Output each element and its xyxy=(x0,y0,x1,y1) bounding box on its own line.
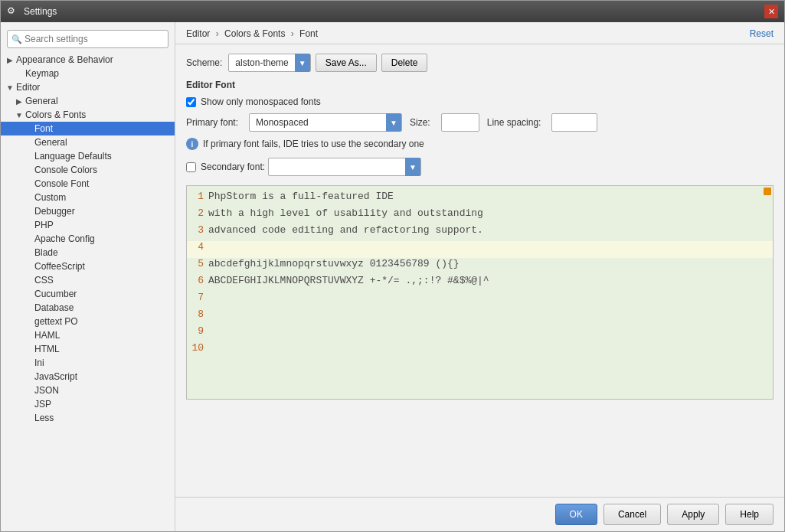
preview-line-5: 5abcdefghijklmnopqrstuvwxyz 0123456789 (… xyxy=(187,258,773,275)
secondary-font-checkbox[interactable] xyxy=(186,162,196,172)
window-title: Settings xyxy=(24,6,764,17)
breadcrumb-part1: Editor xyxy=(186,28,210,39)
sidebar-item-haml[interactable]: HAML xyxy=(1,328,175,342)
ok-button[interactable]: OK xyxy=(555,504,597,525)
info-icon: i xyxy=(186,138,198,150)
sidebar-item-blade[interactable]: Blade xyxy=(1,246,175,259)
line-code-3: advanced code editing and refactoring su… xyxy=(208,224,483,236)
sidebar-item-javascript[interactable]: JavaScript xyxy=(1,370,175,383)
sidebar-item-editor[interactable]: ▼Editor xyxy=(1,80,175,94)
info-text: If primary font fails, IDE tries to use … xyxy=(203,139,424,149)
preview-line-1: 1PhpStorm is a full-featured IDE xyxy=(187,191,773,207)
tree-arrow-colors-fonts: ▼ xyxy=(13,111,25,119)
line-number-7: 7 xyxy=(187,292,208,303)
save-as-button[interactable]: Save As... xyxy=(316,54,377,72)
apply-button[interactable]: Apply xyxy=(667,504,719,525)
sidebar-label-cucumber: Cucumber xyxy=(34,289,77,299)
line-number-5: 5 xyxy=(187,258,208,269)
scheme-dropdown-arrow[interactable]: ▼ xyxy=(295,54,310,72)
reset-button[interactable]: Reset xyxy=(750,28,774,39)
sidebar-label-html: HTML xyxy=(34,344,60,354)
size-label: Size: xyxy=(410,117,430,128)
line-code-5: abcdefghijklmnopqrstuvwxyz 0123456789 ()… xyxy=(208,258,460,269)
sidebar-item-json[interactable]: JSON xyxy=(1,383,175,397)
app-icon: ⚙ xyxy=(7,5,19,18)
font-settings-row: Primary font: Monospaced ▼ Size: 20 Line… xyxy=(186,113,774,132)
sidebar-item-custom[interactable]: Custom xyxy=(1,191,175,204)
tree-arrow-editor: ▼ xyxy=(4,83,16,92)
secondary-font-dropdown-arrow[interactable]: ▼ xyxy=(405,158,420,176)
sidebar-item-gettext-po[interactable]: gettext PO xyxy=(1,315,175,328)
breadcrumb-sep1: › xyxy=(216,28,219,39)
sidebar-item-general2[interactable]: General xyxy=(1,135,175,149)
sidebar-item-language-defaults[interactable]: Language Defaults xyxy=(1,149,175,163)
content-area: 🔍 ▶Appearance & BehaviorKeymap▼Editor▶Ge… xyxy=(1,22,784,531)
size-input[interactable]: 20 xyxy=(441,113,479,132)
tree-arrow-appearance-behavior: ▶ xyxy=(4,56,16,64)
cancel-button[interactable]: Cancel xyxy=(603,504,661,525)
sidebar-item-general[interactable]: ▶General xyxy=(1,94,175,108)
sidebar-item-apache-config[interactable]: Apache Config xyxy=(1,232,175,246)
line-number-9: 9 xyxy=(187,325,208,337)
sidebar-label-language-defaults: Language Defaults xyxy=(34,151,112,162)
breadcrumb-part3: Font xyxy=(299,28,318,39)
sidebar-item-html[interactable]: HTML xyxy=(1,342,175,356)
sidebar-tree: ▶Appearance & BehaviorKeymap▼Editor▶Gene… xyxy=(1,53,175,425)
sidebar-label-colors-fonts: Colors & Fonts xyxy=(25,109,86,120)
preview-line-8: 8 xyxy=(187,308,773,325)
sidebar-item-console-colors[interactable]: Console Colors xyxy=(1,163,175,177)
line-number-8: 8 xyxy=(187,308,208,320)
scheme-value: alston-theme xyxy=(229,57,294,68)
primary-font-select[interactable]: Monospaced ▼ xyxy=(249,113,402,132)
line-spacing-input[interactable]: 1.0 xyxy=(551,113,597,132)
preview-line-9: 9 xyxy=(187,325,773,342)
preview-line-2: 2with a high level of usability and outs… xyxy=(187,207,773,224)
tree-arrow-general: ▶ xyxy=(13,97,25,106)
line-number-2: 2 xyxy=(187,207,208,219)
sidebar-label-javascript: JavaScript xyxy=(34,371,77,382)
breadcrumb-part2: Colors & Fonts xyxy=(224,28,285,39)
sidebar-item-keymap[interactable]: Keymap xyxy=(1,67,175,80)
settings-window: ⚙ Settings ✕ 🔍 ▶Appearance & BehaviorKey… xyxy=(0,0,785,532)
sidebar-item-colors-fonts[interactable]: ▼Colors & Fonts xyxy=(1,108,175,122)
sidebar-item-console-font[interactable]: Console Font xyxy=(1,177,175,191)
editor-font-title: Editor Font xyxy=(186,80,774,90)
close-button[interactable]: ✕ xyxy=(764,5,778,18)
footer: OK Cancel Apply Help xyxy=(175,497,784,531)
sidebar-label-keymap: Keymap xyxy=(25,68,59,79)
sidebar-item-database[interactable]: Database xyxy=(1,301,175,315)
sidebar-item-font[interactable]: Font xyxy=(1,122,175,135)
sidebar-label-jsp: JSP xyxy=(34,399,51,410)
sidebar: 🔍 ▶Appearance & BehaviorKeymap▼Editor▶Ge… xyxy=(1,22,175,531)
monospaced-checkbox-row: Show only monospaced fonts xyxy=(186,96,774,107)
line-number-3: 3 xyxy=(187,224,208,236)
line-code-2: with a high level of usability and outst… xyxy=(208,207,483,219)
secondary-font-row: Secondary font: ▼ xyxy=(186,158,774,176)
info-row: i If primary font fails, IDE tries to us… xyxy=(186,138,774,150)
help-button[interactable]: Help xyxy=(725,504,774,525)
monospaced-checkbox[interactable] xyxy=(186,97,196,107)
sidebar-item-cucumber[interactable]: Cucumber xyxy=(1,287,175,301)
sidebar-label-editor: Editor xyxy=(16,82,40,93)
sidebar-label-ini: Ini xyxy=(34,357,44,368)
sidebar-item-appearance-behavior[interactable]: ▶Appearance & Behavior xyxy=(1,53,175,67)
secondary-font-select[interactable]: ▼ xyxy=(268,158,421,176)
sidebar-label-json: JSON xyxy=(34,385,59,396)
sidebar-item-less[interactable]: Less xyxy=(1,411,175,425)
sidebar-item-coffeescript[interactable]: CoffeeScript xyxy=(1,259,175,273)
preview-line-3: 3advanced code editing and refactoring s… xyxy=(187,224,773,241)
primary-font-label: Primary font: xyxy=(186,117,238,128)
sidebar-item-php[interactable]: PHP xyxy=(1,218,175,232)
delete-button[interactable]: Delete xyxy=(381,54,428,72)
sidebar-label-custom: Custom xyxy=(34,192,66,203)
search-input[interactable] xyxy=(7,30,168,48)
sidebar-item-jsp[interactable]: JSP xyxy=(1,397,175,411)
sidebar-item-css[interactable]: CSS xyxy=(1,273,175,287)
titlebar: ⚙ Settings ✕ xyxy=(1,1,784,22)
scheme-select[interactable]: alston-theme ▼ xyxy=(228,54,310,72)
primary-font-dropdown-arrow[interactable]: ▼ xyxy=(386,113,401,132)
sidebar-item-debugger[interactable]: Debugger xyxy=(1,204,175,218)
scheme-row: Scheme: alston-theme ▼ Save As... Delete xyxy=(186,54,774,72)
sidebar-item-ini[interactable]: Ini xyxy=(1,356,175,370)
preview-area: 1PhpStorm is a full-featured IDE2with a … xyxy=(186,185,774,400)
